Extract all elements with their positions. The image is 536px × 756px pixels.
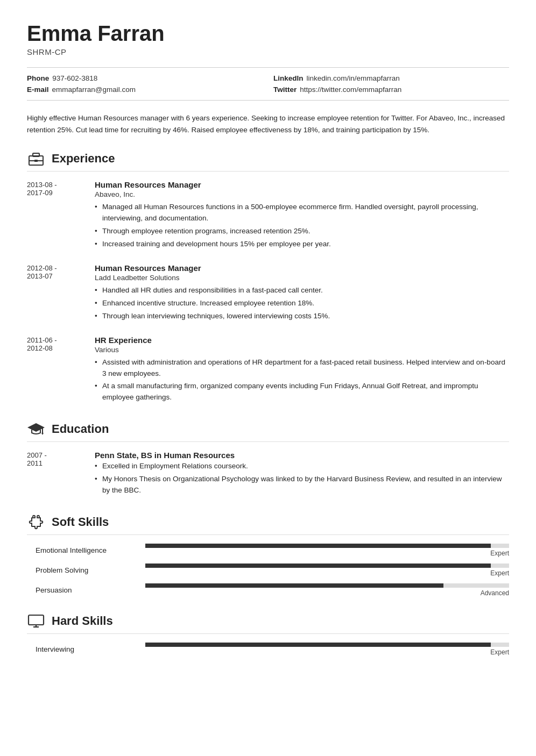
soft-skills-section: Soft Skills Emotional Intelligence Exper… bbox=[27, 513, 509, 597]
svg-rect-1 bbox=[33, 153, 39, 156]
company-0: Abaveo, Inc. bbox=[95, 190, 509, 198]
soft-skill-level-0: Expert bbox=[490, 550, 509, 557]
exp-date-1: 2012-08 -2013-07 bbox=[27, 263, 86, 324]
contact-phone: Phone 937-602-3818 bbox=[27, 74, 263, 82]
exp-entry-2: 2011-06 -2012-08 HR Experience Various A… bbox=[27, 336, 509, 405]
education-section: Education 2007 -2011 Penn State, BS in H… bbox=[27, 420, 509, 498]
phone-label: Phone bbox=[27, 74, 49, 82]
bullet-0-2: Increased training and development hours… bbox=[95, 239, 509, 250]
exp-content-1: Human Resources Manager Ladd Leadbetter … bbox=[95, 263, 509, 324]
bullet-1-2: Through lean interviewing techniques, lo… bbox=[95, 311, 509, 322]
hard-skill-bar-0: Expert bbox=[145, 643, 509, 656]
job-title-2: HR Experience bbox=[95, 336, 509, 345]
experience-title: Experience bbox=[52, 152, 115, 166]
education-icon bbox=[27, 420, 45, 438]
exp-date-2: 2011-06 -2012-08 bbox=[27, 336, 86, 405]
edu-bullet-0-1: My Honors Thesis on Organizational Psych… bbox=[95, 474, 509, 496]
bullet-1-0: Handled all HR duties and responsibiliti… bbox=[95, 285, 509, 296]
edu-bullets-0: Excelled in Employment Relations courseo… bbox=[95, 461, 509, 496]
edu-bullet-0-0: Excelled in Employment Relations courseo… bbox=[95, 461, 509, 472]
soft-skill-row-1: Problem Solving Expert bbox=[27, 564, 509, 577]
linkedin-label: LinkedIn bbox=[273, 74, 304, 82]
contact-twitter: Twitter https://twitter.com/emmapfarran bbox=[273, 85, 509, 94]
soft-skill-level-2: Advanced bbox=[481, 589, 509, 597]
soft-skill-name-2: Persuasion bbox=[27, 586, 135, 594]
experience-section: Experience 2013-08 -2017-09 Human Resour… bbox=[27, 149, 509, 405]
contact-section: Phone 937-602-3818 LinkedIn linkedin.com… bbox=[27, 67, 509, 101]
resume-name: Emma Farran bbox=[27, 22, 509, 45]
hard-skill-track-0 bbox=[145, 643, 509, 647]
bullet-2-1: At a small manufacturing firm, organized… bbox=[95, 381, 509, 403]
experience-icon bbox=[27, 149, 45, 168]
education-title: Education bbox=[52, 422, 109, 436]
contact-email: E-mail emmapfarran@gmail.com bbox=[27, 85, 263, 94]
soft-skill-track-1 bbox=[145, 564, 509, 568]
experience-header: Experience bbox=[27, 149, 509, 172]
edu-content-0: Penn State, BS in Human Resources Excell… bbox=[95, 451, 509, 498]
bullets-1: Handled all HR duties and responsibiliti… bbox=[95, 285, 509, 322]
linkedin-value: linkedin.com/in/emmapfarran bbox=[307, 74, 400, 82]
twitter-value: https://twitter.com/emmapfarran bbox=[300, 85, 401, 94]
hard-skill-fill-0 bbox=[145, 643, 491, 647]
hard-skills-title: Hard Skills bbox=[52, 614, 113, 628]
hard-skill-row-0: Interviewing Expert bbox=[27, 643, 509, 656]
bullet-2-0: Assisted with administration and operati… bbox=[95, 357, 509, 380]
email-value: emmapfarran@gmail.com bbox=[52, 85, 136, 94]
bullet-0-1: Through employee retention programs, inc… bbox=[95, 226, 509, 237]
bullet-1-1: Enhanced incentive structure. Increased … bbox=[95, 298, 509, 309]
soft-skills-title: Soft Skills bbox=[52, 515, 109, 529]
soft-skill-name-1: Problem Solving bbox=[27, 566, 135, 574]
soft-skills-icon bbox=[27, 513, 45, 531]
soft-skill-bar-0: Expert bbox=[145, 544, 509, 557]
bullets-0: Managed all Human Resources functions in… bbox=[95, 202, 509, 250]
soft-skill-fill-2 bbox=[145, 583, 443, 588]
svg-rect-3 bbox=[34, 160, 38, 162]
soft-skill-track-0 bbox=[145, 544, 509, 548]
job-title-1: Human Resources Manager bbox=[95, 263, 509, 273]
edu-entry-0: 2007 -2011 Penn State, BS in Human Resou… bbox=[27, 451, 509, 498]
soft-skill-bar-2: Advanced bbox=[145, 583, 509, 597]
exp-entry-1: 2012-08 -2013-07 Human Resources Manager… bbox=[27, 263, 509, 324]
hard-skill-level-0: Expert bbox=[490, 648, 509, 656]
exp-date-0: 2013-08 -2017-09 bbox=[27, 180, 86, 252]
exp-content-0: Human Resources Manager Abaveo, Inc. Man… bbox=[95, 180, 509, 252]
education-header: Education bbox=[27, 420, 509, 442]
email-label: E-mail bbox=[27, 85, 49, 94]
contact-linkedin: LinkedIn linkedin.com/in/emmapfarran bbox=[273, 74, 509, 82]
edu-date-0: 2007 -2011 bbox=[27, 451, 86, 498]
hard-skills-section: Hard Skills Interviewing Expert bbox=[27, 612, 509, 656]
job-title-0: Human Resources Manager bbox=[95, 180, 509, 189]
soft-skills-header: Soft Skills bbox=[27, 513, 509, 535]
soft-skill-fill-0 bbox=[145, 544, 491, 548]
hard-skill-name-0: Interviewing bbox=[27, 645, 135, 653]
edu-degree-0: Penn State, BS in Human Resources bbox=[95, 451, 509, 460]
company-2: Various bbox=[95, 346, 509, 354]
hard-skills-header: Hard Skills bbox=[27, 612, 509, 634]
summary-text: Highly effective Human Resources manager… bbox=[27, 112, 509, 135]
company-1: Ladd Leadbetter Solutions bbox=[95, 274, 509, 282]
hard-skills-icon bbox=[27, 612, 45, 630]
exp-entry-0: 2013-08 -2017-09 Human Resources Manager… bbox=[27, 180, 509, 252]
resume-credential: SHRM-CP bbox=[27, 47, 509, 56]
bullets-2: Assisted with administration and operati… bbox=[95, 357, 509, 404]
soft-skill-row-0: Emotional Intelligence Expert bbox=[27, 544, 509, 557]
exp-content-2: HR Experience Various Assisted with admi… bbox=[95, 336, 509, 405]
soft-skill-fill-1 bbox=[145, 564, 491, 568]
soft-skill-row-2: Persuasion Advanced bbox=[27, 583, 509, 597]
soft-skill-name-0: Emotional Intelligence bbox=[27, 546, 135, 554]
soft-skill-bar-1: Expert bbox=[145, 564, 509, 577]
soft-skill-level-1: Expert bbox=[490, 569, 509, 577]
svg-marker-6 bbox=[41, 433, 44, 435]
phone-value: 937-602-3818 bbox=[52, 74, 97, 82]
twitter-label: Twitter bbox=[273, 85, 297, 94]
soft-skill-track-2 bbox=[145, 583, 509, 588]
bullet-0-0: Managed all Human Resources functions in… bbox=[95, 202, 509, 224]
svg-rect-7 bbox=[29, 615, 44, 625]
